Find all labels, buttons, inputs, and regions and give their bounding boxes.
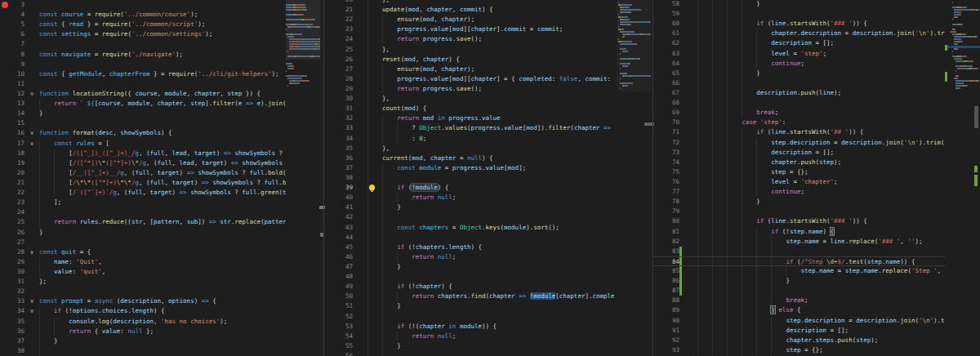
code-token[interactable]: (!( — [404, 323, 419, 330]
fold-chevron-icon[interactable]: ∨ — [24, 296, 39, 306]
lightbulb-icon[interactable] — [369, 185, 375, 190]
line-number[interactable]: 35 — [324, 144, 353, 154]
code-token[interactable]: , — [165, 179, 172, 186]
code-token[interactable]: read — [69, 20, 83, 28]
line-number[interactable]: 30 — [13, 267, 24, 277]
code-token[interactable]: ? — [412, 124, 419, 131]
code-token[interactable]: = []; — [812, 149, 834, 156]
code-line[interactable]: 61chapter.description = description.join… — [653, 29, 945, 38]
code-token[interactable]: , ( — [124, 169, 136, 176]
code-token[interactable]: module — [460, 323, 482, 330]
code-token[interactable]: name — [804, 238, 819, 245]
line-number[interactable]: 43 — [324, 223, 353, 233]
code-token[interactable]: reset — [382, 56, 401, 63]
code-token[interactable]: name — [54, 258, 69, 265]
code-token[interactable]: filter — [548, 124, 570, 131]
code-content[interactable]: step.description = description.join('\n'… — [682, 138, 945, 148]
code-line[interactable]: 48 — [324, 272, 614, 282]
code-token[interactable]: '../common/script' — [131, 20, 198, 28]
code-token[interactable]: => — [246, 100, 253, 107]
code-token[interactable]: , — [113, 129, 120, 136]
code-line[interactable]: 15 — [0, 118, 286, 128]
code-token[interactable]: !module — [530, 292, 556, 300]
line-number[interactable]: 59 — [653, 9, 679, 19]
code-token[interactable]: lead — [172, 149, 187, 157]
code-token[interactable]: description — [856, 317, 897, 324]
code-token[interactable]: } — [397, 263, 401, 270]
code-token[interactable]: , — [165, 149, 172, 157]
code-content[interactable] — [682, 78, 945, 88]
line-number[interactable]: 32 — [324, 113, 353, 123]
line-number[interactable]: 53 — [324, 322, 353, 332]
line-number[interactable]: 93 — [653, 345, 679, 355]
code-content[interactable]: } — [682, 69, 945, 78]
code-token[interactable]: chapter — [441, 16, 467, 23]
line-number[interactable]: 67 — [653, 88, 679, 98]
code-token[interactable]: test — [849, 258, 863, 265]
code-token[interactable]: , — [102, 70, 109, 78]
code-token[interactable]: progress — [397, 25, 426, 33]
code-line[interactable]: 54return null; — [324, 332, 614, 341]
code-token[interactable]: step — [819, 158, 834, 166]
code-line[interactable]: 66 — [653, 78, 945, 88]
line-number[interactable]: 85 — [653, 266, 679, 276]
code-token[interactable]: ([^*]+) — [105, 159, 131, 167]
code-line[interactable]: 59 — [653, 9, 945, 19]
code-token[interactable]: mod — [404, 56, 416, 63]
code-token[interactable]: ${ — [87, 100, 95, 107]
code-token[interactable]: description — [771, 39, 812, 47]
line-number[interactable]: 8 — [13, 50, 24, 60]
line-number[interactable]: 32 — [13, 287, 24, 296]
code-token[interactable]: commit — [460, 6, 482, 13]
code-content[interactable]: if (/^Step \d+$/.test(step.name)) { — [682, 257, 945, 265]
code-token[interactable]: = {}; — [786, 168, 808, 176]
code-line[interactable]: 22[/`([^`]+)`/g, (full, target) => showS… — [0, 188, 286, 198]
code-token[interactable]: progress — [423, 85, 452, 92]
code-content[interactable]: }, — [353, 94, 614, 104]
code-token[interactable]: ## — [834, 128, 841, 136]
code-content[interactable]: } — [353, 301, 614, 311]
code-line[interactable]: 36return { value: null }; — [0, 327, 286, 336]
code-token[interactable]: locationString — [73, 90, 124, 97]
code-token[interactable]: (); — [548, 224, 559, 231]
code-line[interactable]: 79 — [653, 207, 945, 216]
code-content[interactable]: return null; — [353, 193, 614, 202]
code-token[interactable]: chapter — [489, 292, 515, 300]
code-token[interactable]: => — [519, 292, 526, 300]
line-number[interactable]: 23 — [13, 198, 24, 207]
code-token[interactable]: null — [438, 194, 452, 201]
code-token[interactable]: mod — [452, 25, 464, 33]
line-number[interactable]: 31 — [324, 104, 353, 113]
code-line[interactable]: 7 — [0, 39, 286, 49]
code-token[interactable]: )) { — [482, 323, 497, 330]
code-token[interactable]: description — [113, 318, 154, 325]
code-token[interactable]: full — [135, 169, 149, 176]
code-token[interactable]: \*\* — [117, 179, 131, 186]
glyph-margin[interactable] — [0, 60, 13, 69]
line-number[interactable]: 26 — [324, 55, 353, 65]
code-token[interactable]: = [ — [95, 140, 109, 147]
code-line[interactable]: 12∨function locationString({ course, mod… — [0, 89, 286, 99]
code-token[interactable]: false — [559, 75, 578, 82]
code-token[interactable]: progress — [448, 114, 478, 122]
code-content[interactable]: const { getModule, chapterFrom } = requi… — [39, 69, 286, 79]
line-number[interactable]: 34 — [324, 134, 353, 144]
code-line[interactable]: 28progress.value[mod][chapter] = { compl… — [324, 74, 614, 84]
line-number[interactable]: 37 — [324, 163, 353, 173]
scrollbar-handle[interactable] — [974, 106, 978, 128]
code-token[interactable]: )) { — [900, 258, 915, 265]
line-number[interactable]: 48 — [324, 272, 353, 282]
line-number[interactable]: 77 — [653, 187, 679, 197]
code-token[interactable]: function — [39, 90, 73, 97]
code-line[interactable]: 40return null; — [324, 193, 614, 202]
code-content[interactable] — [353, 351, 614, 356]
code-line[interactable]: 31count(mod) { — [324, 104, 614, 113]
code-token[interactable]: name — [863, 267, 878, 274]
code-token[interactable]: startsWith — [790, 128, 826, 136]
code-line[interactable]: 44 — [324, 233, 614, 243]
code-content[interactable]: current(mod, chapter = null) { — [353, 154, 614, 163]
code-content[interactable]: description = []; — [682, 326, 945, 336]
code-token[interactable]: } — [756, 69, 760, 77]
code-token[interactable]: ( — [113, 297, 120, 305]
line-number[interactable]: 30 — [324, 94, 353, 104]
